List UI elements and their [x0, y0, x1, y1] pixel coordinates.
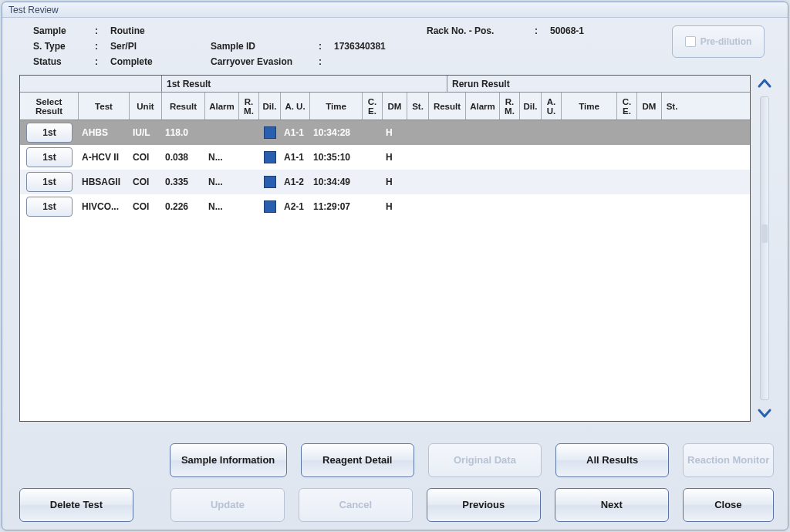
results-table: 1st Result Rerun Result Select Result Te…: [19, 75, 774, 422]
col-result: Result: [162, 93, 205, 120]
original-data-button[interactable]: Original Data: [428, 443, 542, 477]
button-area: Sample Information Reagent Detail Origin…: [19, 433, 774, 522]
cell-result: 0.226: [162, 201, 205, 212]
col-st: St.: [407, 93, 429, 120]
cell-test: HIVCO...: [79, 201, 130, 212]
pre-dilution-button[interactable]: Pre-dilution: [672, 25, 765, 58]
window-title: Test Review: [2, 2, 788, 18]
cell-test: HBSAGII: [79, 177, 130, 187]
cell-test: AHBS: [79, 127, 130, 138]
col-au: A. U.: [281, 93, 310, 120]
cell-alarm: N...: [205, 152, 239, 163]
value-rack: 50068-1: [550, 25, 627, 36]
cell-dil: [259, 176, 281, 188]
cell-dil: [259, 126, 281, 139]
table-row[interactable]: 1stHIVCO...COI0.226N...A2-111:29:07H: [20, 194, 750, 219]
cell-time: 10:35:10: [310, 152, 363, 163]
section-first-result: 1st Result: [162, 76, 447, 92]
col-rerun-rm: R. M.: [500, 93, 520, 120]
cell-result: 118.0: [162, 127, 205, 138]
col-rerun-dm: DM: [637, 93, 662, 120]
select-result-button[interactable]: 1st: [26, 197, 73, 217]
col-rerun-ce: C. E.: [617, 93, 637, 120]
delete-test-button[interactable]: Delete Test: [19, 488, 133, 522]
dilution-icon: [264, 200, 276, 213]
cell-unit: COI: [130, 177, 162, 187]
table-row[interactable]: 1stAHBSIU/L118.0A1-110:34:28H: [20, 120, 750, 145]
col-dm: DM: [383, 93, 407, 120]
col-rerun-result: Result: [429, 93, 466, 120]
cell-result: 0.335: [162, 177, 205, 187]
value-status: Complete: [110, 56, 211, 67]
cell-unit: COI: [130, 152, 162, 163]
cell-time: 11:29:07: [310, 201, 363, 212]
section-rerun-result: Rerun Result: [447, 76, 750, 92]
col-dil: Dil.: [259, 93, 281, 120]
label-carryover: Carryover Evasion: [211, 56, 319, 67]
chevron-down-icon: [757, 405, 772, 420]
select-result-button[interactable]: 1st: [26, 172, 73, 192]
col-rerun-au: A. U.: [542, 93, 562, 120]
cell-time: 10:34:28: [310, 127, 363, 138]
scroll-down-button[interactable]: [755, 403, 774, 422]
cell-dm: H: [383, 177, 407, 187]
cell-dm: H: [383, 201, 407, 212]
cell-dm: H: [383, 127, 407, 138]
label-rack: Rack No. - Pos.: [427, 25, 535, 36]
vertical-scrollbar[interactable]: [751, 75, 774, 422]
select-result-button[interactable]: 1st: [26, 123, 73, 143]
update-button[interactable]: Update: [170, 488, 285, 522]
table-row[interactable]: 1stA-HCV IICOI0.038N...A1-110:35:10H: [20, 145, 750, 170]
cell-unit: IU/L: [130, 127, 162, 138]
value-sample: Routine: [110, 25, 211, 36]
label-status: Status: [33, 56, 95, 67]
value-s-type: Ser/Pl: [110, 41, 211, 52]
cell-unit: COI: [130, 201, 162, 212]
dilution-icon: [264, 151, 276, 163]
col-rerun-st: St.: [662, 93, 682, 120]
col-unit: Unit: [130, 93, 162, 120]
previous-button[interactable]: Previous: [427, 488, 541, 522]
test-review-window: Test Review Sample S. Type Status : : : …: [2, 2, 788, 530]
col-alarm: Alarm: [205, 93, 239, 120]
pre-dilution-label: Pre-dilution: [701, 36, 752, 47]
label-s-type: S. Type: [33, 41, 95, 52]
header-area: Sample S. Type Status : : : Routine Ser/…: [2, 18, 788, 72]
table-row[interactable]: 1stHBSAGIICOI0.335N...A1-210:34:49H: [20, 170, 750, 194]
col-rerun-time: Time: [562, 93, 617, 120]
cell-time: 10:34:49: [310, 177, 363, 187]
col-rerun-alarm: Alarm: [466, 93, 500, 120]
col-select-result: Select Result: [20, 93, 79, 120]
chevron-up-icon: [757, 76, 772, 92]
scroll-up-button[interactable]: [755, 75, 774, 93]
cell-au: A2-1: [281, 201, 310, 212]
cell-dm: H: [383, 152, 407, 163]
col-test: Test: [79, 93, 130, 120]
reagent-detail-button[interactable]: Reagent Detail: [301, 443, 414, 477]
scroll-thumb[interactable]: [761, 224, 768, 243]
close-button[interactable]: Close: [683, 488, 774, 522]
cell-au: A1-2: [281, 177, 310, 187]
dilution-icon: [264, 126, 276, 139]
value-sample-id: 1736340381: [334, 41, 427, 52]
cell-test: A-HCV II: [79, 152, 130, 163]
reaction-monitor-button[interactable]: Reaction Monitor: [683, 443, 774, 477]
cell-dil: [259, 200, 281, 213]
select-result-button[interactable]: 1st: [26, 147, 73, 167]
col-rerun-dil: Dil.: [520, 93, 542, 120]
cancel-button[interactable]: Cancel: [299, 488, 413, 522]
cell-alarm: N...: [205, 201, 239, 212]
sample-information-button[interactable]: Sample Information: [170, 443, 287, 477]
scroll-track[interactable]: [760, 96, 769, 400]
label-sample: Sample: [33, 25, 95, 36]
cell-alarm: N...: [205, 177, 239, 187]
cell-dil: [259, 151, 281, 163]
all-results-button[interactable]: All Results: [555, 443, 669, 477]
col-ce: C. E.: [363, 93, 383, 120]
label-sample-id: Sample ID: [211, 41, 319, 52]
pre-dilution-checkbox[interactable]: [685, 36, 696, 47]
cell-au: A1-1: [281, 152, 310, 163]
next-button[interactable]: Next: [555, 488, 669, 522]
cell-au: A1-1: [281, 127, 310, 138]
cell-result: 0.038: [162, 152, 205, 163]
